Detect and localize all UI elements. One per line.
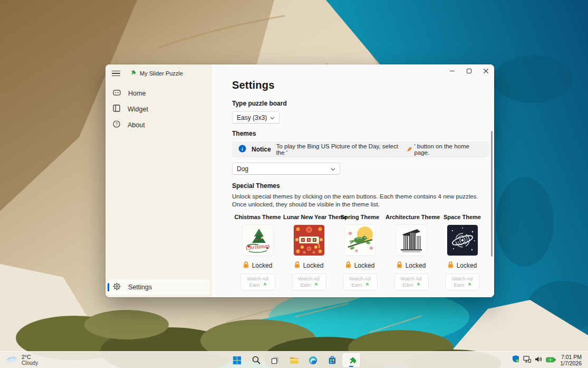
locked-status: Locked [437, 261, 488, 270]
app-logo-puzzle-icon [129, 69, 136, 78]
theme-card-space: Space Theme [437, 214, 488, 290]
puzzle-board-select-value: Easy (3x3) [237, 114, 267, 121]
desktop: My Slider Puzzle Home Widget [0, 0, 588, 368]
sidebar-header: My Slider Puzzle [105, 64, 212, 80]
maximize-button[interactable] [460, 64, 477, 77]
watch-ad-earn-button[interactable]: Watch Ad Earn [240, 273, 275, 290]
special-themes-description: Unlock special themes by clicking on the… [232, 193, 489, 209]
network-display-icon[interactable] [523, 355, 531, 365]
clock-time: 7:01 PM [560, 354, 582, 360]
chevron-down-icon [270, 114, 275, 121]
windows-security-shield-icon[interactable] [512, 355, 519, 365]
theme-card-title: Architecture Theme [385, 214, 437, 220]
sidebar-item-about[interactable]: ? About [108, 118, 210, 132]
puzzle-earn-icon [415, 282, 420, 288]
app-title[interactable]: My Slider Puzzle [129, 69, 183, 78]
sidebar-item-label: Settings [128, 284, 152, 291]
lock-icon [243, 261, 249, 270]
weather-condition: Cloudy [22, 360, 38, 366]
info-icon: i [238, 145, 246, 155]
spring-theme-image [345, 225, 375, 256]
file-explorer-button[interactable] [285, 353, 303, 367]
sidebar-bottom: Settings [105, 277, 212, 297]
window-titlebar[interactable] [212, 64, 494, 77]
theme-card-title: Spring Theme [334, 214, 385, 220]
locked-status: Locked [334, 261, 385, 270]
puzzle-earn-icon [262, 282, 266, 288]
theme-cards: Chistmas Theme Christmas [232, 214, 489, 290]
minimize-button[interactable] [444, 64, 460, 77]
sidebar-item-home[interactable]: Home [108, 87, 210, 100]
sidebar-item-widget[interactable]: Widget [108, 102, 210, 116]
start-button[interactable] [228, 353, 246, 367]
architecture-theme-image [396, 225, 427, 256]
theme-card-christmas: Chistmas Theme Christmas [232, 214, 283, 290]
puzzle-earn-icon [313, 282, 317, 288]
weather-temperature: 2°C [22, 354, 38, 360]
task-view-button[interactable] [266, 353, 284, 367]
lunar-new-year-theme-image [294, 225, 324, 256]
watch-ad-earn-button[interactable]: Watch Ad Earn [292, 273, 326, 290]
slider-puzzle-app-button[interactable] [342, 353, 360, 367]
notice-label: Notice [252, 146, 271, 153]
question-circle-icon: ? [113, 120, 120, 130]
space-theme-image [447, 225, 478, 256]
puzzle-board-select[interactable]: Easy (3x3) [232, 111, 279, 124]
theme-card-lunar-new-year: Lunar New Year Theme [283, 214, 334, 290]
close-button[interactable] [477, 64, 494, 77]
app-title-label: My Slider Puzzle [140, 70, 183, 77]
theme-card-architecture: Architecture Theme [385, 214, 437, 290]
christmas-theme-image: Christmas [243, 225, 273, 256]
locked-status: Locked [232, 261, 283, 270]
lock-icon [397, 261, 402, 270]
settings-page: Settings Type puzzle board Easy (3x3) Th… [212, 77, 494, 297]
home-icon [113, 89, 121, 98]
lock-icon [294, 261, 300, 270]
sidebar-item-label: About [128, 121, 145, 129]
watch-ad-earn-button[interactable]: Watch Ad Earn [445, 273, 480, 290]
chevron-down-icon [331, 165, 335, 173]
watch-ad-earn-button[interactable]: Watch Ad Earn [343, 273, 378, 290]
edge-browser-button[interactable] [304, 353, 322, 367]
lock-icon [345, 261, 351, 270]
window-controls [444, 64, 494, 77]
theme-select[interactable]: Dog [232, 163, 340, 175]
app-window: My Slider Puzzle Home Widget [105, 64, 494, 297]
puzzle-earn-icon [364, 282, 369, 288]
lock-icon [448, 261, 454, 270]
locked-status: Locked [385, 261, 437, 270]
tray-icons[interactable] [512, 355, 556, 365]
locked-status: Locked [283, 261, 334, 270]
sidebar: My Slider Puzzle Home Widget [105, 64, 212, 297]
weather-text: 2°C Cloudy [22, 354, 38, 366]
cloud-weather-icon [6, 355, 18, 365]
taskbar-clock[interactable]: 7:01 PM 1/7/2026 [560, 354, 582, 366]
taskbar-system-tray: 7:01 PM 1/7/2026 [512, 354, 588, 366]
autumn-leaf-icon [407, 146, 412, 153]
taskbar-weather-widget[interactable]: 2°C Cloudy [0, 354, 105, 366]
theme-card-title: Space Theme [437, 214, 488, 220]
theme-select-value: Dog [237, 165, 248, 173]
scrollbar[interactable] [491, 131, 493, 257]
settings-content: Settings Type puzzle board Easy (3x3) Th… [212, 64, 494, 297]
theme-card-spring: Spring Theme [334, 214, 385, 290]
themes-label: Themes [232, 130, 489, 137]
search-button[interactable] [247, 353, 265, 367]
taskbar-center-icons [228, 352, 360, 368]
notice-banner: i Notice To play the Bing US Picture of … [232, 141, 489, 157]
speaker-volume-icon[interactable] [535, 355, 542, 365]
sidebar-nav: Home Widget ? About [105, 87, 212, 132]
theme-card-title: Lunar New Year Theme [283, 214, 334, 220]
sidebar-item-label: Widget [128, 106, 148, 113]
gear-icon [113, 282, 121, 292]
sidebar-item-settings[interactable]: Settings [108, 279, 210, 295]
clock-date: 1/7/2026 [560, 360, 582, 366]
microsoft-store-button[interactable] [323, 353, 341, 367]
battery-icon[interactable] [546, 355, 556, 365]
watch-ad-earn-button[interactable]: Watch Ad Earn [394, 273, 429, 290]
svg-text:?: ? [115, 121, 118, 127]
widget-icon [113, 105, 120, 114]
theme-card-title: Chistmas Theme [232, 214, 283, 220]
hamburger-menu-icon[interactable] [110, 68, 122, 79]
sidebar-item-label: Home [128, 90, 146, 97]
